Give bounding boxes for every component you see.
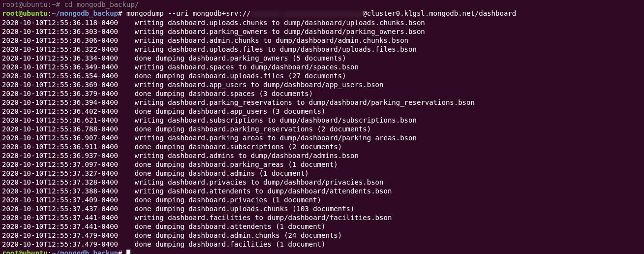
log-timestamp: 2020-10-10T12:55:37.437-0400 — [2, 205, 118, 213]
log-pad — [118, 28, 135, 35]
log-line: 2020-10-10T12:55:37.409-0400 done dumpin… — [2, 195, 642, 204]
log-timestamp: 2020-10-10T12:55:36.402-0400 — [2, 107, 118, 115]
log-message: writing dashboard.privacies to dump/dash… — [135, 178, 384, 186]
log-timestamp: 2020-10-10T12:55:36.379-0400 — [2, 90, 118, 97]
log-line: 2020-10-10T12:55:36.911-0400 done dumpin… — [2, 142, 642, 151]
log-pad — [118, 205, 135, 213]
log-message: writing dashboard.admins to dump/dashboa… — [135, 152, 359, 159]
log-line: 2020-10-10T12:55:37.328-0400 writing das… — [2, 178, 642, 187]
log-pad — [118, 178, 135, 186]
prompt-colon: : — [48, 9, 52, 17]
log-line: 2020-10-10T12:55:36.334-0400 done dumpin… — [2, 54, 642, 63]
command-text-post: @cluster0.klgsl.mongodb.net/dashboard — [363, 9, 516, 17]
log-message: writing dashboard.parking_reservations t… — [135, 98, 475, 106]
log-pad — [118, 116, 135, 124]
log-timestamp: 2020-10-10T12:55:36.322-0400 — [2, 45, 118, 53]
log-timestamp: 2020-10-10T12:55:37.328-0400 — [2, 178, 118, 186]
log-timestamp: 2020-10-10T12:55:36.788-0400 — [2, 125, 118, 133]
log-line: 2020-10-10T12:55:36.788-0400 done dumpin… — [2, 125, 642, 133]
command-line-1: root@ubuntu:~/mongodb_backup# mongodump … — [2, 9, 642, 18]
log-pad — [118, 72, 135, 80]
log-pad — [118, 231, 135, 239]
log-timestamp: 2020-10-10T12:55:37.388-0400 — [2, 187, 118, 195]
log-timestamp: 2020-10-10T12:55:37.441-0400 — [2, 222, 118, 230]
log-message: writing dashboard.spaces to dump/dashboa… — [135, 63, 359, 71]
log-message: writing dashboard.subscriptions to dump/… — [135, 116, 417, 124]
log-timestamp: 2020-10-10T12:55:36.334-0400 — [2, 54, 118, 62]
log-line: 2020-10-10T12:55:36.303-0400 writing das… — [2, 27, 642, 36]
log-pad — [118, 54, 135, 62]
log-line: 2020-10-10T12:55:36.369-0400 writing das… — [2, 80, 642, 89]
log-pad — [118, 187, 135, 195]
log-pad — [118, 152, 135, 159]
log-timestamp: 2020-10-10T12:55:36.369-0400 — [2, 81, 118, 89]
redacted-credentials: xxxxxxx:xxxxxxxxxxxxxxxxxxx — [251, 9, 363, 18]
log-message: done dumping dashboard.facilities (1 doc… — [135, 240, 326, 248]
log-message: done dumping dashboard.attendents (1 doc… — [135, 222, 326, 230]
log-pad — [118, 36, 135, 44]
log-timestamp: 2020-10-10T12:55:36.907-0400 — [2, 134, 118, 142]
log-message: done dumping dashboard.uploads.files (27… — [135, 72, 346, 80]
log-line: 2020-10-10T12:55:36.349-0400 writing das… — [2, 63, 642, 71]
log-message: writing dashboard.uploads.files to dump/… — [135, 45, 417, 53]
cursor-icon — [126, 250, 130, 254]
log-message: done dumping dashboard.parking_reservati… — [135, 125, 371, 133]
log-pad — [118, 222, 135, 230]
log-line: 2020-10-10T12:55:37.441-0400 writing das… — [2, 213, 642, 222]
log-message: done dumping dashboard.admin.chunks (24 … — [135, 231, 342, 239]
log-message: done dumping dashboard.parking_owners (5… — [135, 54, 346, 62]
log-output: 2020-10-10T12:55:36.118-0400 writing das… — [2, 18, 642, 249]
log-timestamp: 2020-10-10T12:55:36.394-0400 — [2, 98, 118, 106]
prompt-path: ~/mongodb_backup — [52, 249, 118, 254]
truncated-previous-line: root@ubuntu:~# cd mongodb_backup/ — [2, 0, 642, 9]
log-line: 2020-10-10T12:55:36.907-0400 writing das… — [2, 133, 642, 142]
log-line: 2020-10-10T12:55:37.388-0400 writing das… — [2, 187, 642, 195]
log-timestamp: 2020-10-10T12:55:36.937-0400 — [2, 152, 118, 159]
log-timestamp: 2020-10-10T12:55:37.479-0400 — [2, 240, 118, 248]
log-pad — [118, 125, 135, 133]
log-line: 2020-10-10T12:55:37.097-0400 done dumpin… — [2, 160, 642, 169]
prompt-hash: # — [118, 9, 126, 17]
log-line: 2020-10-10T12:55:37.327-0400 done dumpin… — [2, 169, 642, 178]
log-timestamp: 2020-10-10T12:55:36.349-0400 — [2, 63, 118, 71]
log-pad — [118, 160, 135, 168]
log-timestamp: 2020-10-10T12:55:37.097-0400 — [2, 160, 118, 168]
log-line: 2020-10-10T12:55:36.937-0400 writing das… — [2, 151, 642, 160]
log-pad — [118, 81, 135, 89]
log-line: 2020-10-10T12:55:37.441-0400 done dumpin… — [2, 222, 642, 231]
command-text-pre: mongodump --uri mongodb+srv:// — [126, 9, 251, 17]
log-line: 2020-10-10T12:55:36.394-0400 writing das… — [2, 98, 642, 107]
log-timestamp: 2020-10-10T12:55:37.479-0400 — [2, 231, 118, 239]
prompt-user-host: root@ubuntu — [2, 9, 48, 17]
prompt-user-host: root@ubuntu — [2, 249, 48, 254]
log-pad — [118, 134, 135, 142]
prompt-path: ~/mongodb_backup — [52, 9, 118, 17]
log-line: 2020-10-10T12:55:36.379-0400 done dumpin… — [2, 89, 642, 98]
log-message: writing dashboard.parking_owners to dump… — [135, 28, 425, 35]
log-message: writing dashboard.uploads.chunks to dump… — [135, 19, 425, 27]
log-timestamp: 2020-10-10T12:55:37.441-0400 — [2, 214, 118, 222]
log-pad — [118, 45, 135, 53]
log-message: done dumping dashboard.parking_areas (1 … — [135, 160, 338, 168]
log-pad — [118, 107, 135, 115]
log-pad — [118, 214, 135, 222]
log-pad — [118, 143, 135, 151]
command-line-2[interactable]: root@ubuntu:~/mongodb_backup# — [2, 249, 642, 254]
log-message: done dumping dashboard.admins (1 documen… — [135, 169, 309, 177]
log-message: writing dashboard.facilities to dump/das… — [135, 214, 392, 222]
log-timestamp: 2020-10-10T12:55:36.118-0400 — [2, 19, 118, 27]
log-pad — [118, 240, 135, 248]
log-timestamp: 2020-10-10T12:55:37.327-0400 — [2, 169, 118, 177]
log-message: done dumping dashboard.spaces (3 documen… — [135, 90, 313, 97]
terminal-window[interactable]: root@ubuntu:~# cd mongodb_backup/ root@u… — [0, 0, 644, 254]
log-pad — [118, 196, 135, 204]
log-line: 2020-10-10T12:55:37.479-0400 done dumpin… — [2, 231, 642, 240]
log-line: 2020-10-10T12:55:36.306-0400 writing das… — [2, 36, 642, 45]
prompt-colon: : — [48, 249, 52, 254]
log-timestamp: 2020-10-10T12:55:36.354-0400 — [2, 72, 118, 80]
log-timestamp: 2020-10-10T12:55:36.303-0400 — [2, 28, 118, 35]
log-message: writing dashboard.admin.chunks to dump/d… — [135, 36, 408, 44]
log-timestamp: 2020-10-10T12:55:36.306-0400 — [2, 36, 118, 44]
log-line: 2020-10-10T12:55:36.322-0400 writing das… — [2, 45, 642, 54]
log-pad — [118, 63, 135, 71]
